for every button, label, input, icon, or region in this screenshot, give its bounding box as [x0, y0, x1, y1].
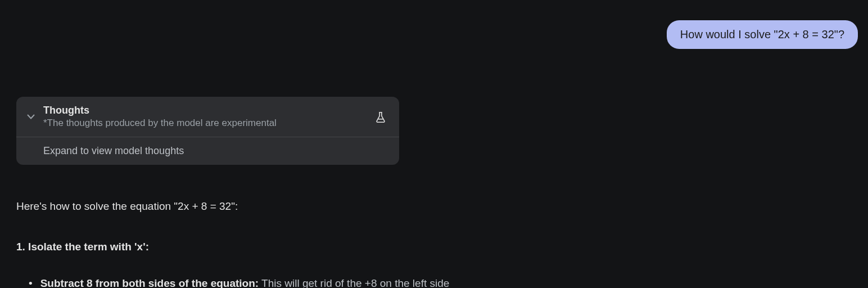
- bullet-bold-text: Subtract 8 from both sides of the equati…: [40, 277, 259, 288]
- user-message-bubble: How would I solve "2x + 8 = 32"?: [667, 20, 858, 49]
- chat-container: How would I solve "2x + 8 = 32"? Thought…: [0, 0, 868, 288]
- thoughts-header[interactable]: Thoughts *The thoughts produced by the m…: [16, 97, 399, 137]
- response-step-title: 1. Isolate the term with 'x':: [16, 238, 852, 255]
- response-content: Here's how to solve the equation "2x + 8…: [16, 198, 852, 288]
- flask-icon: [374, 111, 387, 123]
- bullet-text: Subtract 8 from both sides of the equati…: [40, 275, 450, 288]
- thoughts-expand-text: Expand to view model thoughts: [43, 145, 184, 156]
- response-intro: Here's how to solve the equation "2x + 8…: [16, 198, 852, 215]
- bullet-rest-text: This will get rid of the +8 on the left …: [259, 277, 449, 288]
- thoughts-expand-row[interactable]: Expand to view model thoughts: [16, 137, 399, 165]
- thoughts-title: Thoughts: [43, 105, 374, 116]
- thoughts-panel: Thoughts *The thoughts produced by the m…: [16, 97, 399, 165]
- chevron-down-icon: [24, 110, 38, 124]
- user-message-text: How would I solve "2x + 8 = 32"?: [680, 28, 844, 40]
- response-bullet-row: • Subtract 8 from both sides of the equa…: [16, 275, 852, 288]
- thoughts-title-block: Thoughts *The thoughts produced by the m…: [43, 105, 374, 129]
- thoughts-subtitle: *The thoughts produced by the model are …: [43, 118, 374, 129]
- bullet-dot-icon: •: [29, 278, 33, 288]
